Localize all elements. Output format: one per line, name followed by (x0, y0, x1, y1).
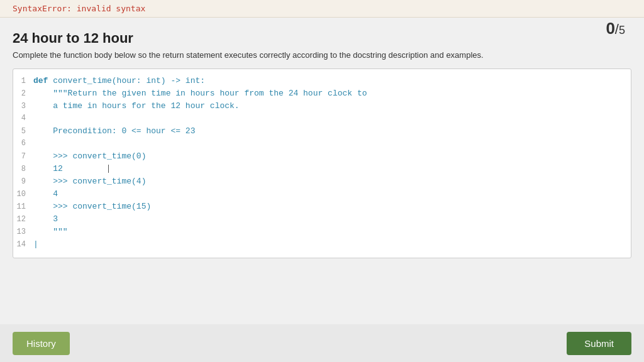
line-content-9: >>> convert_time(4) (33, 177, 146, 186)
code-line-1: 1 def convert_time(hour: int) -> int: (13, 75, 631, 88)
line-content-10: 4 (33, 189, 58, 199)
line-content-13: """ (33, 227, 68, 236)
line-num-2: 2 (13, 89, 33, 98)
line-content-12: 3 (33, 214, 58, 224)
line-num-12: 12 (13, 215, 33, 224)
bottom-bar: History Submit (0, 324, 644, 362)
line-num-10: 10 (13, 190, 33, 199)
code-line-11: 11 >>> convert_time(15) (13, 201, 631, 214)
line-num-9: 9 (13, 177, 33, 186)
code-line-3: 3 a time in hours for the 12 hour clock. (13, 101, 631, 113)
problem-title: 24 hour to 12 hour (13, 30, 631, 47)
line-content-7: >>> convert_time(0) (33, 151, 146, 161)
line-content-1: def convert_time(hour: int) -> int: (33, 76, 205, 85)
code-editor[interactable]: 1 def convert_time(hour: int) -> int: 2 … (13, 69, 631, 258)
line-content-11: >>> convert_time(15) (33, 202, 151, 211)
history-button[interactable]: History (13, 332, 70, 355)
code-line-10: 10 4 (13, 189, 631, 201)
line-num-11: 11 (13, 202, 33, 211)
code-line-9: 9 >>> convert_time(4) (13, 176, 631, 189)
code-line-14: 14 | (13, 239, 631, 251)
code-line-2: 2 """Return the given time in hours hour… (13, 88, 631, 101)
code-line-7: 7 >>> convert_time(0) (13, 151, 631, 163)
code-line-12: 12 3 (13, 214, 631, 226)
score-display: 0/5 (606, 19, 625, 38)
line-num-8: 8 (13, 165, 33, 173)
page-wrapper: SyntaxError: invalid syntax 0/5 24 hour … (0, 0, 644, 362)
score-denominator: 5 (619, 24, 625, 36)
main-content: 24 hour to 12 hour Complete the function… (0, 18, 644, 273)
line-content-3: a time in hours for the 12 hour clock. (33, 101, 240, 111)
submit-button[interactable]: Submit (567, 332, 631, 355)
line-content-14: | (33, 239, 38, 249)
line-num-14: 14 (13, 240, 33, 249)
code-line-8: 8 12 (13, 163, 631, 176)
error-bar: SyntaxError: invalid syntax (0, 0, 644, 18)
line-num-3: 3 (13, 102, 33, 111)
error-message: SyntaxError: invalid syntax (13, 4, 145, 13)
code-line-13: 13 """ (13, 226, 631, 239)
score-numerator: 0 (606, 19, 614, 38)
code-line-4: 4 (13, 113, 631, 126)
line-num-6: 6 (13, 139, 33, 148)
line-num-5: 5 (13, 127, 33, 136)
line-content-5: Precondition: 0 <= hour <= 23 (33, 126, 195, 136)
line-content-2: """Return the given time in hours hour f… (33, 89, 367, 98)
problem-description: Complete the function body below so the … (13, 50, 631, 60)
code-lines: 1 def convert_time(hour: int) -> int: 2 … (13, 69, 631, 258)
line-num-4: 4 (13, 114, 33, 123)
line-num-1: 1 (13, 77, 33, 85)
line-content-8: 12 (33, 164, 109, 173)
line-num-7: 7 (13, 152, 33, 161)
code-line-5: 5 Precondition: 0 <= hour <= 23 (13, 126, 631, 138)
code-line-6: 6 (13, 138, 631, 151)
line-num-13: 13 (13, 228, 33, 236)
